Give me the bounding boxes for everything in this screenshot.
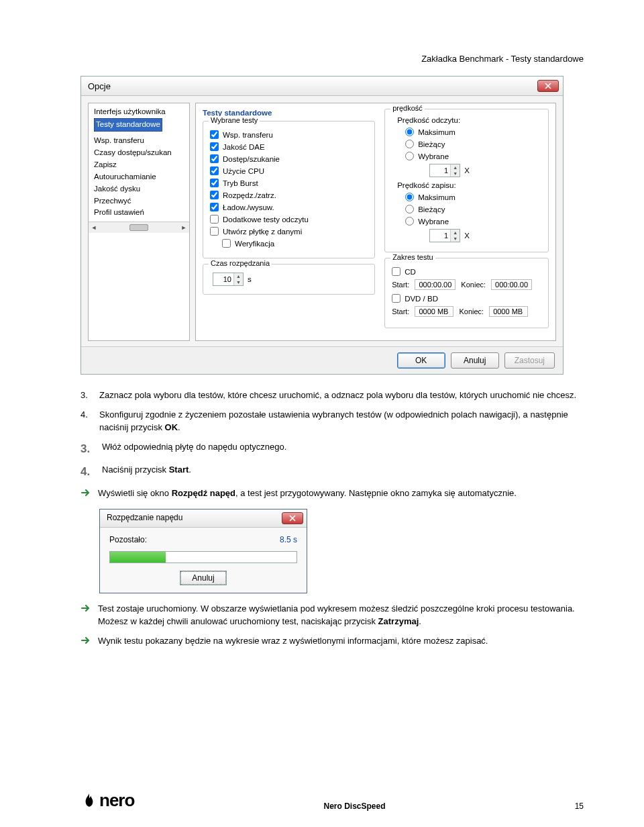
read-speed-label: Prędkość odczytu: bbox=[397, 116, 541, 124]
test-row: Rozpędz./zatrz. bbox=[210, 191, 368, 199]
step-text: Włóż odpowiednią płytę do napędu optyczn… bbox=[102, 441, 286, 458]
close-button[interactable] bbox=[282, 512, 303, 524]
speed-radio[interactable] bbox=[405, 152, 414, 160]
speed-option-label: Bieżący bbox=[418, 140, 445, 148]
cancel-button[interactable]: Anuluj bbox=[451, 352, 499, 369]
tree-item[interactable]: Profil ustawień bbox=[94, 207, 186, 219]
test-label: Tryb Burst bbox=[223, 179, 258, 187]
speed-option-label: Wybrane bbox=[418, 217, 449, 226]
spin-down-icon[interactable]: ▼ bbox=[451, 236, 460, 242]
step-text: Skonfiguruj zgodnie z życzeniem pozostał… bbox=[99, 409, 584, 434]
tree-scrollbar[interactable]: ◄ ► bbox=[89, 222, 189, 233]
write-speed-input[interactable] bbox=[430, 230, 450, 242]
page-number: 15 bbox=[575, 801, 584, 811]
test-checkbox[interactable] bbox=[210, 166, 219, 175]
scroll-right-icon[interactable]: ► bbox=[178, 224, 189, 231]
dvd-end-value[interactable]: 0000 MB bbox=[489, 306, 528, 317]
tree-item[interactable]: Wsp. transferu bbox=[94, 135, 186, 147]
scroll-thumb[interactable] bbox=[129, 224, 148, 231]
test-row: Tryb Burst bbox=[210, 179, 368, 187]
step-number: 3. bbox=[80, 389, 93, 402]
speed-radio[interactable] bbox=[405, 128, 414, 136]
tree-item[interactable]: Czasy dostępu/szukan bbox=[94, 147, 186, 159]
flame-icon bbox=[80, 792, 98, 810]
dvd-start-label: Start: bbox=[392, 307, 409, 315]
spinup-spinner[interactable]: ▲▼ bbox=[213, 273, 244, 286]
speed-group-label: prędkość bbox=[390, 104, 425, 112]
test-checkbox[interactable] bbox=[210, 179, 219, 187]
test-checkbox[interactable] bbox=[210, 227, 219, 236]
speed-option-label: Maksimum bbox=[418, 193, 455, 201]
spin-up-icon[interactable]: ▲ bbox=[234, 273, 243, 279]
test-checkbox[interactable] bbox=[210, 130, 219, 139]
test-checkbox[interactable] bbox=[210, 203, 219, 211]
spin-up-icon[interactable]: ▲ bbox=[451, 230, 460, 236]
tree-item[interactable]: Interfejs użytkownika bbox=[94, 106, 186, 118]
range-group-label: Zakres testu bbox=[390, 253, 435, 261]
test-checkbox[interactable] bbox=[222, 239, 231, 248]
arrow-right-icon bbox=[80, 487, 91, 502]
speed-option-row: Wybrane bbox=[405, 217, 541, 226]
step-text: Zaznacz pola wyboru dla testów, które ch… bbox=[99, 389, 576, 402]
test-checkbox[interactable] bbox=[210, 142, 219, 151]
speed-radio[interactable] bbox=[405, 217, 414, 226]
remaining-value: 8.5 s bbox=[280, 534, 297, 546]
test-row: Dodatkowe testy odczytu bbox=[210, 215, 368, 224]
cd-checkbox[interactable] bbox=[392, 267, 400, 276]
test-label: Rozpędz./zatrz. bbox=[223, 191, 276, 199]
test-label: Dostęp/szukanie bbox=[223, 155, 280, 163]
speed-group: prędkość Prędkość odczytu: MaksimumBieżą… bbox=[384, 109, 549, 252]
close-icon bbox=[289, 515, 296, 522]
spin-down-icon[interactable]: ▼ bbox=[451, 171, 460, 177]
spinup-dialog-title: Rozpędzanie napędu bbox=[107, 512, 182, 524]
test-row: Wsp. transferu bbox=[210, 130, 368, 139]
spinup-input[interactable] bbox=[213, 273, 233, 285]
test-checkbox[interactable] bbox=[210, 191, 219, 199]
apply-button[interactable]: Zastosuj bbox=[504, 352, 555, 369]
nero-logo: nero bbox=[80, 790, 134, 811]
speed-radio[interactable] bbox=[405, 193, 414, 201]
spin-up-icon[interactable]: ▲ bbox=[451, 164, 460, 171]
cd-end-value[interactable]: 000:00.00 bbox=[491, 279, 532, 290]
tests-group: Wybrane testy Wsp. transferuJakość DAEDo… bbox=[203, 121, 375, 258]
tree-item[interactable]: Autouruchamianie bbox=[94, 171, 186, 183]
page-footer: nero Nero DiscSpeed 15 bbox=[80, 790, 584, 811]
test-label: Ładow./wysuw. bbox=[223, 203, 274, 211]
step-number-large: 3. bbox=[80, 441, 95, 458]
write-speed-spinner[interactable]: ▲▼ bbox=[429, 229, 460, 242]
tests-group-label: Wybrane testy bbox=[209, 116, 260, 124]
speed-radio[interactable] bbox=[405, 205, 414, 213]
dvd-start-value[interactable]: 0000 MB bbox=[415, 306, 453, 317]
tree-item[interactable]: Przechwyć bbox=[94, 195, 186, 207]
cd-start-label: Start: bbox=[392, 281, 409, 289]
dvd-label: DVD / BD bbox=[405, 295, 438, 303]
speed-option-label: Bieżący bbox=[418, 205, 445, 213]
page-header: Zakładka Benchmark - Testy standardowe bbox=[80, 54, 584, 64]
speed-radio[interactable] bbox=[405, 140, 414, 148]
speed-option-row: Bieżący bbox=[405, 205, 541, 213]
speed-option-row: Maksimum bbox=[405, 128, 541, 136]
tree-item[interactable]: Zapisz bbox=[94, 159, 186, 171]
arrow-right-icon bbox=[80, 635, 91, 650]
tree-item[interactable]: Jakość dysku bbox=[94, 183, 186, 195]
read-speedei-spinner[interactable]: ▲▼ bbox=[429, 164, 460, 177]
spinup-dialog: Rozpędzanie napędu Pozostało: 8.5 s Anul… bbox=[99, 509, 307, 593]
x-label: X bbox=[464, 166, 470, 175]
cancel-button[interactable]: Anuluj bbox=[180, 571, 225, 585]
scroll-left-icon[interactable]: ◄ bbox=[89, 224, 99, 231]
progress-bar bbox=[109, 551, 297, 563]
dvd-checkbox[interactable] bbox=[392, 294, 400, 303]
cd-start-value[interactable]: 000:00.00 bbox=[415, 279, 455, 290]
result-text: Wynik testu pokazany będzie na wykresie … bbox=[98, 635, 488, 650]
close-button[interactable] bbox=[537, 80, 559, 92]
test-checkbox[interactable] bbox=[210, 154, 219, 163]
test-label: Utwórz płytkę z danymi bbox=[223, 228, 302, 236]
spinup-group: Czas rozpędzania ▲▼ s bbox=[203, 264, 375, 295]
tree-item[interactable]: Testy standardowe bbox=[94, 118, 162, 132]
nav-tree[interactable]: Interfejs użytkownikaTesty standardoweWs… bbox=[88, 103, 190, 341]
test-label: Weryfikacja bbox=[235, 240, 274, 248]
read-speed-input[interactable] bbox=[430, 164, 450, 177]
ok-button[interactable]: OK bbox=[397, 352, 445, 369]
spin-down-icon[interactable]: ▼ bbox=[234, 279, 243, 285]
test-checkbox[interactable] bbox=[210, 215, 219, 224]
